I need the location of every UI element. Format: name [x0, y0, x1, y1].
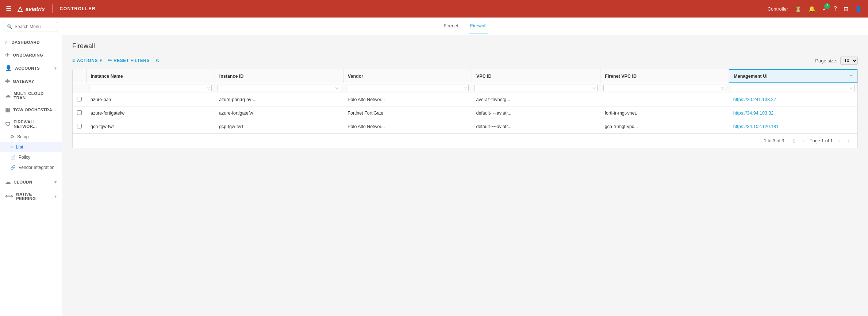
filter-instance-name: ▽: [86, 83, 215, 93]
filter-management-ui-input[interactable]: [734, 86, 850, 90]
prev-page-button[interactable]: ‹: [800, 137, 806, 144]
pagination-info: 1 to 3 of 3: [764, 138, 784, 143]
dashboard-icon: ⌂: [5, 39, 8, 45]
column-menu-icon[interactable]: ≡: [850, 73, 853, 79]
page-indicator: Page 1 of 1: [810, 138, 833, 143]
filter-vpc-id-input[interactable]: [476, 86, 592, 90]
filter-instance-name-input[interactable]: [91, 86, 207, 90]
sidebar-subitem-policy[interactable]: 📄 Policy: [0, 152, 62, 162]
main-content: Firenet Firewall Firewall ≡ Actions ▾ ✏ …: [62, 18, 868, 316]
cell-management-ui: https://34.94.103.32: [729, 107, 857, 120]
actions-button[interactable]: ≡ Actions ▾: [72, 58, 102, 63]
sidebar-item-label: Gateway: [13, 79, 34, 84]
sidebar-item-gateway[interactable]: ✚ Gateway: [0, 75, 62, 88]
cell-firenet-vpc-id: forti-tr-mgt-vnet.: [600, 107, 729, 120]
checkmark-icon[interactable]: ✓ 2: [822, 5, 827, 12]
sidebar-item-firewall[interactable]: 🛡 Firewall Networ...: [0, 116, 62, 132]
filter-funnel-icon[interactable]: ▽: [593, 86, 596, 90]
sidebar-subitem-list[interactable]: ≡ List: [0, 142, 62, 152]
cell-management-ui: https://20.241.138.27: [729, 93, 857, 107]
cell-instance-name: azure-fortigatefw: [86, 107, 215, 120]
row-checkbox[interactable]: [77, 110, 82, 115]
filter-funnel-icon[interactable]: ▽: [464, 86, 467, 90]
sidebar-item-native-peering[interactable]: ⟺ Native Peering: [0, 189, 62, 204]
grid-icon[interactable]: ⊞: [844, 5, 848, 12]
table-body: azure-pan azure-pan:rg-av-... Palo Alto …: [73, 93, 857, 134]
help-icon[interactable]: ?: [834, 5, 837, 12]
tab-bar: Firenet Firewall: [62, 18, 868, 35]
sidebar-subitem-label: Vendor Integration: [19, 165, 54, 170]
th-instance-name[interactable]: Instance Name: [86, 69, 215, 83]
filter-vendor: ▽: [343, 83, 472, 93]
table-filter-row: ▽ ▽: [73, 83, 857, 93]
filter-instance-id: ▽: [215, 83, 343, 93]
filter-funnel-icon[interactable]: ▽: [207, 86, 210, 90]
sidebar-item-tgw[interactable]: ▦ TGW Orchestra...: [0, 103, 62, 116]
timer-icon[interactable]: ⏳: [795, 5, 802, 12]
management-ui-link[interactable]: https://20.241.138.27: [733, 97, 776, 102]
page-content: Firewall ≡ Actions ▾ ✏ Reset Filters ↻ P…: [62, 35, 868, 316]
cell-firenet-vpc-id: gcp-tr-mgt-vpc...: [600, 120, 729, 134]
th-vendor[interactable]: Vendor: [343, 69, 472, 83]
row-checkbox[interactable]: [77, 124, 82, 128]
filter-firenet-vpc-id-input[interactable]: [605, 86, 721, 90]
user-icon[interactable]: 👤: [855, 5, 862, 12]
firewall-icon: 🛡: [5, 121, 11, 127]
filter-funnel-icon[interactable]: ▽: [721, 86, 724, 90]
filter-funnel-icon[interactable]: ▽: [335, 86, 338, 90]
notification-badge: 2: [824, 3, 830, 9]
page-size-control: Page size: 10 25 50: [815, 57, 858, 65]
filter-instance-id-input[interactable]: [219, 86, 335, 90]
filter-vendor-input[interactable]: [348, 86, 464, 90]
cell-vendor: Palo Alto Networ...: [343, 93, 472, 107]
accounts-icon: 👤: [5, 65, 12, 72]
right-controller-label: Controller: [768, 6, 788, 12]
of-label: of: [825, 138, 829, 143]
policy-icon: 📄: [10, 155, 16, 160]
page-label: Page: [810, 138, 820, 143]
reset-filters-button[interactable]: ✏ Reset Filters: [108, 58, 150, 63]
th-instance-id[interactable]: Instance ID: [215, 69, 343, 83]
row-checkbox[interactable]: [77, 97, 82, 101]
tab-firewall[interactable]: Firewall: [469, 18, 488, 34]
logo-icon: △: [18, 5, 23, 13]
page-size-select[interactable]: 10 25 50: [840, 57, 858, 65]
search-icon: 🔍: [7, 24, 12, 29]
management-ui-link[interactable]: https://34.102.120.181: [733, 124, 779, 129]
sidebar-item-label: Onboarding: [13, 53, 43, 57]
cell-vpc-id: ave-az-fnvnetg...: [472, 93, 600, 107]
th-firenet-vpc-id[interactable]: Firenet VPC ID: [600, 69, 729, 83]
row-checkbox-cell: [73, 120, 86, 134]
sidebar-subitem-label: Setup: [17, 134, 28, 139]
refresh-button[interactable]: ↻: [155, 58, 160, 63]
th-vpc-id[interactable]: VPC ID: [472, 69, 600, 83]
management-ui-link[interactable]: https://34.94.103.32: [733, 111, 774, 116]
sidebar-item-onboarding[interactable]: ✈ Onboarding: [0, 49, 62, 62]
hamburger-icon[interactable]: ☰: [6, 5, 12, 13]
search-input[interactable]: [15, 24, 55, 29]
native-peering-icon: ⟺: [5, 193, 13, 200]
bell-icon[interactable]: 🔔: [809, 5, 816, 12]
page-title: Firewall: [72, 42, 858, 50]
sidebar-item-cloudn[interactable]: ☁ CloudN: [0, 176, 62, 189]
tab-firenet[interactable]: Firenet: [442, 18, 460, 34]
filter-funnel-icon[interactable]: ▽: [850, 86, 853, 90]
search-menu-container[interactable]: 🔍: [4, 22, 58, 31]
nav-separator: [52, 4, 53, 13]
sidebar-subitem-setup[interactable]: ⚙ Setup: [0, 132, 62, 142]
sidebar-item-dashboard[interactable]: ⌂ Dashboard: [0, 36, 62, 49]
sidebar-subitem-vendor[interactable]: 🔗 Vendor Integration: [0, 162, 62, 173]
cell-firenet-vpc-id: [600, 93, 729, 107]
last-page-button[interactable]: ⟫: [845, 137, 852, 144]
table-row: azure-fortigatefw azure-fortigatefw Fort…: [73, 107, 857, 120]
th-management-ui[interactable]: Management UI ≡: [729, 69, 857, 83]
toolbar: ≡ Actions ▾ ✏ Reset Filters ↻ Page size:…: [72, 57, 858, 65]
sidebar-item-accounts[interactable]: 👤 Accounts: [0, 62, 62, 75]
first-page-button[interactable]: ⟪: [791, 137, 797, 144]
table-header-row: Instance Name Instance ID Vendor VPC ID: [73, 69, 857, 83]
sidebar-item-multicloud[interactable]: ☁ Multi-Cloud Tran: [0, 88, 62, 103]
app-logo: △ aviatrix: [18, 5, 45, 13]
sidebar-subitem-label: Policy: [19, 155, 30, 160]
next-page-button[interactable]: ›: [837, 137, 842, 144]
multicloud-icon: ☁: [5, 92, 11, 99]
